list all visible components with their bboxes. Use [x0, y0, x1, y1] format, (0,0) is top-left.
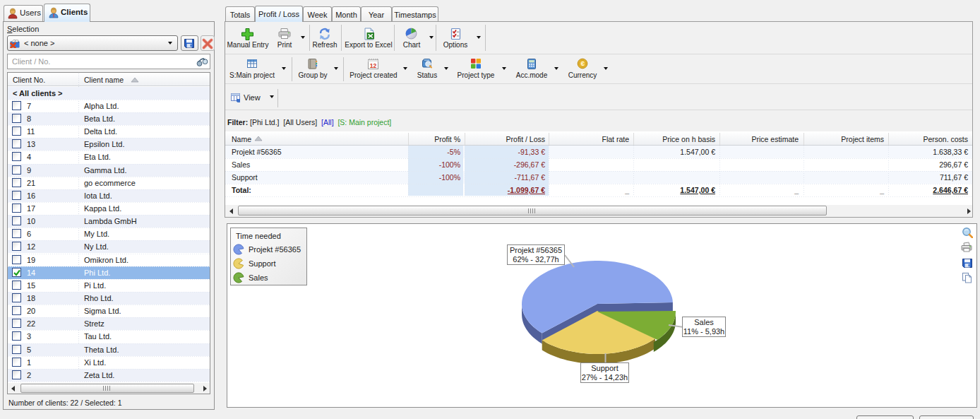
svg-text:€: €: [581, 60, 585, 67]
svg-text:12: 12: [370, 62, 377, 69]
